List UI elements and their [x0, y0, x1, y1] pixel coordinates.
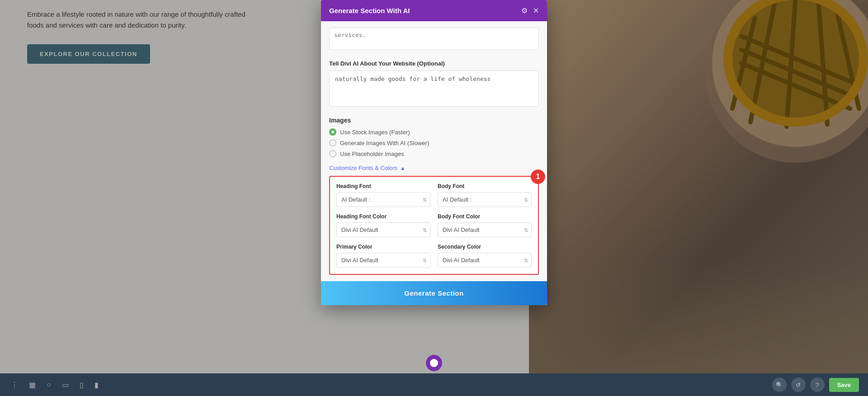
website-description-textarea[interactable]: naturally made goods for a life of whole…	[329, 71, 539, 107]
radio-placeholder-images-label: Use Placeholder Images	[340, 151, 404, 157]
history-toolbar-button[interactable]: ↺	[791, 377, 806, 392]
help-toolbar-button[interactable]: ?	[810, 377, 825, 392]
radio-stock-images[interactable]: Use Stock Images (Faster)	[329, 128, 539, 136]
secondary-color-col: Secondary Color Divi AI Default	[438, 244, 532, 268]
heading-font-col: Heading Font AI Default :	[336, 183, 430, 207]
generate-section-button[interactable]: Generate Section	[321, 281, 547, 305]
heading-font-select[interactable]: AI Default :	[336, 192, 430, 207]
highlight-badge: 1	[531, 170, 545, 184]
dots-icon[interactable]: ⋮	[9, 379, 20, 391]
save-button[interactable]: Save	[829, 378, 859, 392]
radio-placeholder-images-indicator	[329, 150, 336, 157]
heading-font-color-col: Heading Font Color Divi AI Default	[336, 213, 430, 237]
images-section: Images Use Stock Images (Faster) Generat…	[329, 117, 539, 157]
radio-placeholder-images[interactable]: Use Placeholder Images	[329, 150, 539, 157]
primary-color-select[interactable]: Divi AI Default	[336, 253, 430, 268]
radio-ai-images-label: Generate Images With AI (Slower)	[340, 140, 429, 146]
fonts-colors-box: 1 Heading Font AI Default : Body Font	[329, 176, 539, 275]
website-label: Tell Divi AI About Your Website (Optiona…	[329, 60, 539, 67]
search-icon[interactable]: ○	[45, 379, 53, 391]
body-font-col: Body Font AI Default :	[438, 183, 532, 207]
previous-input-textarea[interactable]	[329, 28, 539, 50]
modal-header-actions: ⚙ ✕	[521, 6, 539, 15]
radio-ai-images[interactable]: Generate Images With AI (Slower)	[329, 139, 539, 146]
heading-font-color-select[interactable]: Divi AI Default	[336, 222, 430, 237]
toolbar-left-icons: ⋮ ▦ ○ ▭ ▯ ▮	[9, 379, 100, 391]
modal-body: Tell Divi AI About Your Website (Optiona…	[321, 21, 547, 305]
body-font-color-col: Body Font Color Divi AI Default	[438, 213, 532, 237]
heading-font-select-wrapper: AI Default :	[336, 192, 430, 207]
bottom-toolbar: ⋮ ▦ ○ ▭ ▯ ▮ 🔍 ↺ ? Save	[0, 373, 868, 396]
modal-scroll-area: Tell Divi AI About Your Website (Optiona…	[321, 21, 547, 281]
radio-stock-images-label: Use Stock Images (Faster)	[340, 129, 410, 136]
primary-color-label: Primary Color	[336, 244, 430, 250]
radio-stock-images-indicator	[329, 128, 336, 136]
secondary-color-select[interactable]: Divi AI Default	[438, 253, 532, 268]
body-font-label: Body Font	[438, 183, 532, 189]
secondary-color-select-wrapper: Divi AI Default	[438, 253, 532, 268]
mobile-icon[interactable]: ▮	[93, 379, 100, 391]
modal-header: Generate Section With AI ⚙ ✕	[321, 0, 547, 21]
chevron-up-icon: ▲	[400, 165, 406, 171]
fonts-row-3: Primary Color Divi AI Default Secondary …	[336, 244, 532, 268]
customize-fonts-label: Customize Fonts & Colors	[329, 165, 397, 171]
close-icon[interactable]: ✕	[533, 6, 539, 15]
search-toolbar-button[interactable]: 🔍	[772, 377, 787, 392]
heading-font-label: Heading Font	[336, 183, 430, 189]
modal-bottom-circle-inner	[430, 359, 438, 367]
desktop-icon[interactable]: ▭	[60, 379, 71, 391]
primary-color-select-wrapper: Divi AI Default	[336, 253, 430, 268]
modal-bottom-indicator	[426, 355, 442, 371]
radio-ai-images-indicator	[329, 139, 336, 146]
tablet-icon[interactable]: ▯	[78, 379, 85, 391]
body-font-color-select[interactable]: Divi AI Default	[438, 222, 532, 237]
secondary-color-label: Secondary Color	[438, 244, 532, 250]
fonts-row-1: Heading Font AI Default : Body Font AI D…	[336, 183, 532, 207]
grid-icon[interactable]: ▦	[27, 379, 38, 391]
images-label: Images	[329, 117, 539, 124]
heading-font-color-select-wrapper: Divi AI Default	[336, 222, 430, 237]
generate-section-modal: Generate Section With AI ⚙ ✕ Tell Divi A…	[321, 0, 547, 305]
customize-fonts-toggle[interactable]: Customize Fonts & Colors ▲	[329, 165, 539, 171]
toolbar-right-actions: 🔍 ↺ ? Save	[772, 377, 859, 392]
fonts-row-2: Heading Font Color Divi AI Default Body …	[336, 213, 532, 237]
body-font-color-label: Body Font Color	[438, 213, 532, 220]
primary-color-col: Primary Color Divi AI Default	[336, 244, 430, 268]
settings-icon[interactable]: ⚙	[521, 6, 528, 15]
heading-font-color-label: Heading Font Color	[336, 213, 430, 220]
website-description-section: Tell Divi AI About Your Website (Optiona…	[329, 60, 539, 108]
modal-title: Generate Section With AI	[329, 7, 410, 14]
body-font-select-wrapper: AI Default :	[438, 192, 532, 207]
body-font-select[interactable]: AI Default :	[438, 192, 532, 207]
body-font-color-select-wrapper: Divi AI Default	[438, 222, 532, 237]
